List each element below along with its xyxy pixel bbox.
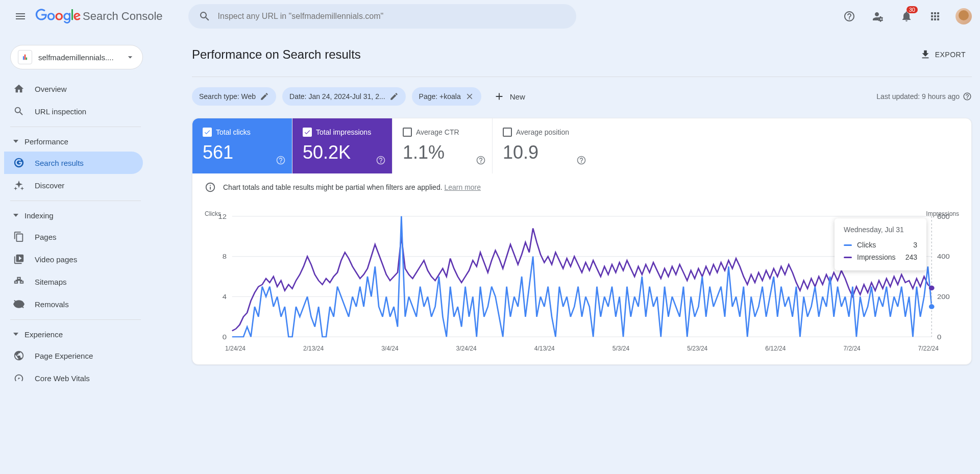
edit-icon bbox=[389, 92, 399, 101]
info-icon bbox=[205, 182, 216, 193]
search-icon bbox=[13, 106, 24, 117]
svg-text:4: 4 bbox=[223, 293, 227, 301]
metric-total-clicks[interactable]: Total clicks 561 bbox=[192, 118, 292, 173]
metric-average-ctr[interactable]: Average CTR 1.1% bbox=[393, 118, 493, 173]
pages-icon bbox=[13, 231, 24, 242]
help-icon bbox=[963, 92, 972, 101]
legend-clicks-icon bbox=[844, 244, 852, 246]
svg-text:200: 200 bbox=[937, 293, 950, 301]
property-icon bbox=[18, 50, 32, 64]
chart-area: Clicks Impressions 126008400420000 1/24/… bbox=[192, 210, 971, 364]
nav-sitemaps[interactable]: Sitemaps bbox=[4, 270, 143, 293]
y-axis-left-label: Clicks bbox=[205, 210, 221, 217]
person-settings-icon bbox=[872, 10, 884, 22]
help-icon bbox=[476, 155, 486, 165]
chevron-down-icon bbox=[125, 52, 135, 62]
svg-point-13 bbox=[929, 304, 935, 309]
edit-icon bbox=[260, 92, 269, 101]
svg-point-14 bbox=[929, 286, 935, 290]
collapse-icon bbox=[13, 140, 18, 143]
google-logo-icon bbox=[35, 9, 82, 24]
nav-overview[interactable]: Overview bbox=[4, 78, 143, 100]
search-input[interactable] bbox=[218, 12, 566, 21]
filter-date[interactable]: Date: Jan 24, 2024-Jul 31, 2... bbox=[282, 87, 406, 106]
nav-url-inspection[interactable]: URL inspection bbox=[4, 100, 143, 122]
google-search-console-logo: Search Console bbox=[35, 9, 163, 24]
chart-tooltip: Wednesday, Jul 31 Clicks 3 Impressions 2… bbox=[835, 218, 926, 270]
nav-discover[interactable]: Discover bbox=[4, 174, 143, 196]
notification-badge: 30 bbox=[906, 6, 918, 13]
sidebar: selfmademillennials.... Overview URL ins… bbox=[0, 33, 151, 474]
discover-icon bbox=[13, 180, 24, 191]
performance-card: Total clicks 561 Total impressions 50.2K bbox=[192, 118, 972, 365]
add-filter-button[interactable]: New bbox=[487, 87, 531, 106]
property-name: selfmademillennials.... bbox=[38, 53, 125, 62]
last-updated: Last updated: 9 hours ago bbox=[876, 92, 972, 101]
filter-search-type[interactable]: Search type: Web bbox=[192, 87, 276, 106]
metric-help[interactable] bbox=[476, 155, 486, 167]
nav-pages[interactable]: Pages bbox=[4, 226, 143, 248]
filter-page[interactable]: Page: +koala bbox=[412, 87, 481, 106]
learn-more-link[interactable]: Learn more bbox=[444, 183, 481, 191]
metric-average-position[interactable]: Average position 10.9 bbox=[493, 118, 593, 173]
apps-button[interactable] bbox=[923, 4, 947, 29]
metric-total-impressions[interactable]: Total impressions 50.2K bbox=[292, 118, 393, 173]
plus-icon bbox=[494, 91, 505, 102]
section-performance[interactable]: Performance bbox=[4, 131, 147, 152]
speedometer-icon bbox=[13, 372, 24, 384]
menu-icon bbox=[14, 10, 27, 22]
notifications-button[interactable]: 30 bbox=[894, 4, 919, 29]
video-icon bbox=[13, 254, 24, 265]
collapse-icon bbox=[13, 214, 18, 217]
url-inspect-search[interactable] bbox=[188, 4, 576, 29]
nav-search-results[interactable]: Search results bbox=[4, 152, 143, 174]
help-icon bbox=[276, 155, 286, 165]
help-button[interactable] bbox=[837, 4, 862, 29]
checkbox-checked-icon bbox=[303, 128, 312, 137]
svg-text:0: 0 bbox=[223, 333, 227, 341]
collapse-icon bbox=[13, 333, 18, 336]
apps-icon bbox=[929, 10, 941, 22]
metric-help[interactable] bbox=[376, 155, 386, 167]
property-selector[interactable]: selfmademillennials.... bbox=[10, 45, 143, 69]
x-axis-labels: 1/24/242/13/243/4/243/24/244/13/245/3/24… bbox=[205, 343, 959, 352]
product-name: Search Console bbox=[83, 10, 163, 23]
nav-page-experience[interactable]: Page Experience bbox=[4, 344, 143, 367]
home-icon bbox=[13, 83, 24, 94]
nav-removals[interactable]: Removals bbox=[4, 293, 143, 315]
nav-video-pages[interactable]: Video pages bbox=[4, 248, 143, 270]
metric-help[interactable] bbox=[576, 155, 586, 167]
search-icon bbox=[199, 10, 211, 22]
nav-core-web-vitals[interactable]: Core Web Vitals bbox=[4, 367, 143, 389]
section-indexing[interactable]: Indexing bbox=[4, 205, 147, 226]
user-avatar[interactable] bbox=[955, 8, 972, 24]
checkbox-unchecked-icon bbox=[403, 128, 412, 137]
google-g-icon bbox=[13, 157, 24, 168]
info-banner: Chart totals and table results might be … bbox=[192, 173, 971, 201]
help-icon bbox=[576, 155, 586, 165]
sitemap-icon bbox=[13, 276, 24, 287]
y-axis-right-label: Impressions bbox=[926, 210, 959, 217]
globe-icon bbox=[13, 350, 24, 361]
hamburger-menu-button[interactable] bbox=[8, 4, 33, 29]
svg-text:400: 400 bbox=[937, 253, 950, 260]
checkbox-checked-icon bbox=[203, 128, 212, 137]
download-icon bbox=[920, 49, 931, 60]
help-icon bbox=[843, 10, 855, 22]
section-experience[interactable]: Experience bbox=[4, 324, 147, 344]
close-icon bbox=[465, 92, 474, 101]
svg-text:8: 8 bbox=[223, 253, 227, 260]
help-icon bbox=[376, 155, 386, 165]
svg-text:0: 0 bbox=[937, 333, 941, 341]
page-title: Performance on Search results bbox=[192, 47, 361, 62]
legend-impressions-icon bbox=[844, 257, 852, 258]
export-button[interactable]: EXPORT bbox=[914, 45, 972, 64]
metric-help[interactable] bbox=[276, 155, 286, 167]
users-button[interactable] bbox=[866, 4, 890, 29]
checkbox-unchecked-icon bbox=[503, 128, 512, 137]
removals-icon bbox=[13, 298, 24, 310]
